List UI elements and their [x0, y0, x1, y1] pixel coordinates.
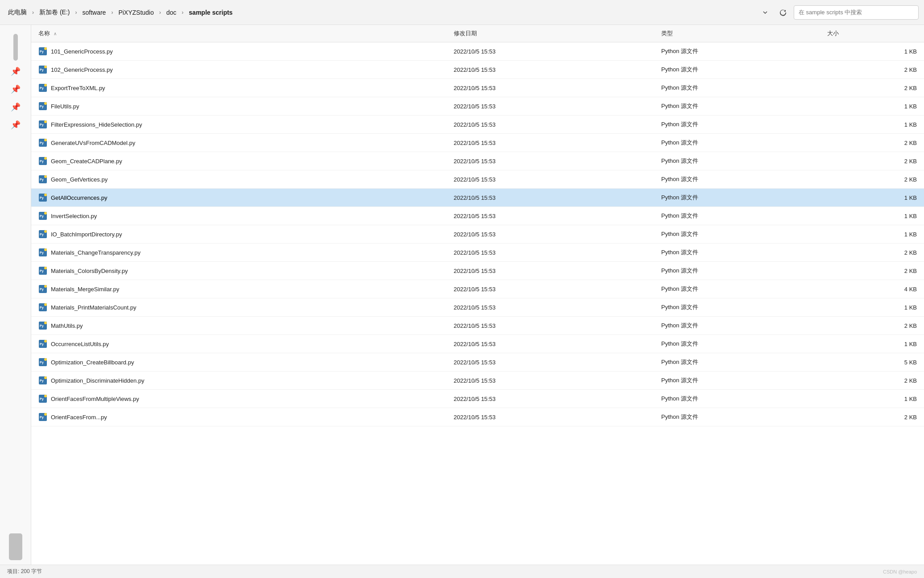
file-size: 1 KB — [820, 335, 924, 353]
breadcrumb-doc[interactable]: doc — [164, 7, 179, 18]
file-name-cell: Py OccurrenceListUtils.py — [38, 339, 439, 348]
col-header-type[interactable]: 类型 — [654, 25, 820, 42]
file-name: Geom_GetVertices.py — [51, 176, 108, 183]
table-row[interactable]: Py OrientFacesFrom...py 2022/10/5 15:53 … — [31, 408, 924, 426]
breadcrumb-pixyz[interactable]: PiXYZStudio — [116, 7, 156, 18]
main-content: 📌 📌 📌 📌 名称 ∧ 修改日期 — [0, 25, 924, 565]
file-name-cell: Py OrientFacesFrom...py — [38, 413, 439, 421]
file-date: 2022/10/5 15:53 — [447, 152, 654, 170]
explorer-window: 此电脑 › 新加卷 (E:) › software › PiXYZStudio … — [0, 0, 924, 578]
sidebar-scrollbar-bottom — [9, 533, 22, 560]
file-name: OrientFacesFromMultipleViews.py — [51, 396, 139, 402]
file-size: 1 KB — [820, 42, 924, 61]
svg-point-17 — [44, 139, 47, 141]
svg-text:Py: Py — [40, 288, 44, 291]
file-date: 2022/10/5 15:53 — [447, 390, 654, 408]
table-row[interactable]: Py OccurrenceListUtils.py 2022/10/5 15:5… — [31, 335, 924, 353]
svg-point-26 — [44, 194, 47, 196]
breadcrumb-sep-3: › — [158, 9, 162, 16]
col-header-size[interactable]: 大小 — [820, 25, 924, 42]
file-icon: Py — [38, 248, 47, 257]
file-icon: Py — [38, 285, 47, 293]
file-table: 名称 ∧ 修改日期 类型 大小 — [31, 25, 924, 426]
svg-point-11 — [44, 102, 47, 105]
table-row[interactable]: Py FileUtils.py 2022/10/5 15:53 Python 源… — [31, 97, 924, 116]
table-row[interactable]: Py Geom_CreateCADPlane.py 2022/10/5 15:5… — [31, 152, 924, 170]
file-name: Materials_ColorsByDensity.py — [51, 268, 128, 274]
file-type: Python 源文件 — [654, 225, 820, 244]
file-size: 1 KB — [820, 390, 924, 408]
file-date: 2022/10/5 15:53 — [447, 280, 654, 298]
file-type: Python 源文件 — [654, 390, 820, 408]
sidebar-pin-4[interactable]: 📌 — [7, 118, 25, 132]
file-name-cell: Py FilterExpressions_HideSelection.py — [38, 120, 439, 129]
file-icon: Py — [38, 358, 47, 367]
sidebar-pin-3[interactable]: 📌 — [7, 100, 25, 114]
table-row[interactable]: Py GenerateUVsFromCADModel.py 2022/10/5 … — [31, 134, 924, 152]
svg-text:Py: Py — [40, 50, 44, 54]
table-row[interactable]: Py 102_GenericProcess.py 2022/10/5 15:53… — [31, 61, 924, 79]
sidebar-pin-2[interactable]: 📌 — [7, 82, 25, 96]
file-list-area[interactable]: 名称 ∧ 修改日期 类型 大小 — [31, 25, 924, 565]
svg-text:Py: Py — [40, 379, 44, 383]
table-row[interactable]: Py IO_BatchImportDirectory.py 2022/10/5 … — [31, 225, 924, 244]
table-header: 名称 ∧ 修改日期 类型 大小 — [31, 25, 924, 42]
file-type: Python 源文件 — [654, 262, 820, 280]
table-row[interactable]: Py 101_GenericProcess.py 2022/10/5 15:53… — [31, 42, 924, 61]
svg-point-38 — [44, 267, 47, 269]
file-name-cell: Py 102_GenericProcess.py — [38, 65, 439, 74]
breadcrumb-drive[interactable]: 新加卷 (E:) — [37, 7, 72, 18]
breadcrumb-sep-0: › — [31, 9, 35, 16]
file-name-cell: Py 101_GenericProcess.py — [38, 47, 439, 56]
table-row[interactable]: Py Geom_GetVertices.py 2022/10/5 15:53 P… — [31, 170, 924, 189]
svg-text:Py: Py — [40, 123, 44, 127]
table-row[interactable]: Py OrientFacesFromMultipleViews.py 2022/… — [31, 390, 924, 408]
file-name-cell: Py OrientFacesFromMultipleViews.py — [38, 394, 439, 403]
table-row[interactable]: Py Optimization_CreateBillboard.py 2022/… — [31, 353, 924, 372]
file-size: 1 KB — [820, 225, 924, 244]
svg-text:Py: Py — [40, 215, 44, 218]
file-icon: Py — [38, 157, 47, 165]
file-type: Python 源文件 — [654, 207, 820, 225]
table-row[interactable]: Py GetAllOccurrences.py 2022/10/5 15:53 … — [31, 189, 924, 207]
table-row[interactable]: Py Materials_MergeSimilar.py 2022/10/5 1… — [31, 280, 924, 298]
file-size: 2 KB — [820, 372, 924, 390]
file-icon: Py — [38, 211, 47, 220]
svg-point-5 — [44, 66, 47, 68]
file-icon: Py — [38, 83, 47, 92]
breadcrumb-sample-scripts[interactable]: sample scripts — [186, 7, 235, 18]
svg-point-62 — [44, 413, 47, 416]
file-name-cell: Py MathUtils.py — [38, 321, 439, 330]
file-type: Python 源文件 — [654, 280, 820, 298]
table-row[interactable]: Py Materials_PrintMaterialsCount.py 2022… — [31, 298, 924, 317]
file-type: Python 源文件 — [654, 335, 820, 353]
breadcrumb-software[interactable]: software — [79, 7, 108, 18]
file-name-cell: Py Optimization_DiscriminateHidden.py — [38, 376, 439, 385]
refresh-button[interactable] — [776, 5, 790, 20]
file-date: 2022/10/5 15:53 — [447, 79, 654, 97]
svg-text:Py: Py — [40, 343, 44, 346]
file-icon: Py — [38, 175, 47, 184]
table-row[interactable]: Py FilterExpressions_HideSelection.py 20… — [31, 116, 924, 134]
search-input[interactable] — [794, 5, 919, 20]
table-row[interactable]: Py Materials_ColorsByDensity.py 2022/10/… — [31, 262, 924, 280]
table-row[interactable]: Py Materials_ChangeTransparency.py 2022/… — [31, 244, 924, 262]
file-icon: Py — [38, 65, 47, 74]
sidebar-pin-1[interactable]: 📌 — [7, 64, 25, 78]
file-icon: Py — [38, 413, 47, 421]
table-row[interactable]: Py MathUtils.py 2022/10/5 15:53 Python 源… — [31, 317, 924, 335]
table-row[interactable]: Py Optimization_DiscriminateHidden.py 20… — [31, 372, 924, 390]
file-type: Python 源文件 — [654, 353, 820, 372]
breadcrumb-dropdown-button[interactable] — [758, 5, 772, 20]
file-date: 2022/10/5 15:53 — [447, 317, 654, 335]
col-header-name[interactable]: 名称 ∧ — [31, 25, 447, 42]
file-icon: Py — [38, 120, 47, 129]
file-size: 2 KB — [820, 79, 924, 97]
table-row[interactable]: Py InvertSelection.py 2022/10/5 15:53 Py… — [31, 207, 924, 225]
file-name-cell: Py Materials_PrintMaterialsCount.py — [38, 303, 439, 312]
file-date: 2022/10/5 15:53 — [447, 207, 654, 225]
file-date: 2022/10/5 15:53 — [447, 61, 654, 79]
table-row[interactable]: Py ExportTreeToXML.py 2022/10/5 15:53 Py… — [31, 79, 924, 97]
col-header-date[interactable]: 修改日期 — [447, 25, 654, 42]
breadcrumb-this-pc[interactable]: 此电脑 — [5, 7, 29, 18]
